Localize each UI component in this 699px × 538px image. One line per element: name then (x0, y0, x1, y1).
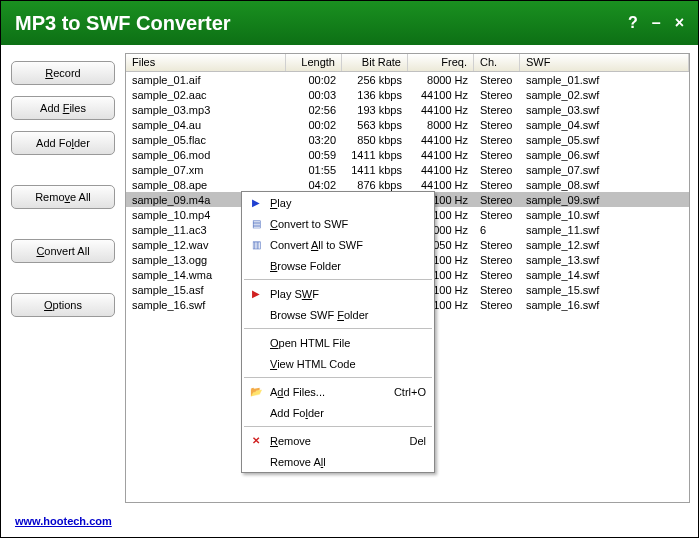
cell-bitrate: 136 kbps (342, 89, 408, 101)
cell-length: 00:02 (286, 119, 342, 131)
help-button[interactable]: ? (628, 14, 638, 32)
website-link[interactable]: www.hootech.com (15, 515, 112, 527)
cell-bitrate: 563 kbps (342, 119, 408, 131)
blank-icon (246, 356, 266, 372)
cell-swf: sample_04.swf (520, 119, 689, 131)
minimize-button[interactable]: – (652, 14, 661, 32)
cell-freq: 44100 Hz (408, 164, 474, 176)
cell-swf: sample_16.swf (520, 299, 689, 311)
menu-open-html[interactable]: Open HTML File (242, 332, 434, 353)
options-button[interactable]: Options (11, 293, 115, 317)
menu-play-swf[interactable]: ▶ Play SWF (242, 283, 434, 304)
cell-ch: Stereo (474, 164, 520, 176)
cell-ch: Stereo (474, 269, 520, 281)
table-row[interactable]: sample_07.xm01:551411 kbps44100 HzStereo… (126, 162, 689, 177)
header-bitrate[interactable]: Bit Rate (342, 54, 408, 71)
cell-files: sample_02.aac (126, 89, 286, 101)
remove-all-button[interactable]: Remove All (11, 185, 115, 209)
table-row[interactable]: sample_02.aac00:03136 kbps44100 HzStereo… (126, 87, 689, 102)
cell-bitrate: 876 kbps (342, 179, 408, 191)
add-files-button[interactable]: Add Files (11, 96, 115, 120)
cell-bitrate: 1411 kbps (342, 149, 408, 161)
context-menu: ▶ Play ▤ Convert to SWF ▥ Convert All to… (241, 191, 435, 473)
cell-ch: Stereo (474, 179, 520, 191)
cell-swf: sample_09.swf (520, 194, 689, 206)
menu-browse-swf[interactable]: Browse SWF Folder (242, 304, 434, 325)
blank-icon (246, 307, 266, 323)
menu-remove[interactable]: ✕ Remove Del (242, 430, 434, 451)
cell-ch: Stereo (474, 89, 520, 101)
menu-add-folder[interactable]: Add Folder (242, 402, 434, 423)
cell-ch: Stereo (474, 149, 520, 161)
cell-files: sample_03.mp3 (126, 104, 286, 116)
table-row[interactable]: sample_05.flac03:20850 kbps44100 HzStere… (126, 132, 689, 147)
header-ch[interactable]: Ch. (474, 54, 520, 71)
menu-separator (244, 426, 432, 427)
cell-length: 00:02 (286, 74, 342, 86)
sidebar: Record Add Files Add Folder Remove All C… (1, 45, 125, 511)
cell-length: 00:03 (286, 89, 342, 101)
table-row[interactable]: sample_04.au00:02563 kbps8000 HzStereosa… (126, 117, 689, 132)
cell-length: 00:59 (286, 149, 342, 161)
cell-freq: 44100 Hz (408, 134, 474, 146)
add-folder-button[interactable]: Add Folder (11, 131, 115, 155)
cell-ch: Stereo (474, 254, 520, 266)
menu-convert[interactable]: ▤ Convert to SWF (242, 213, 434, 234)
table-row[interactable]: sample_06.mod00:591411 kbps44100 HzStere… (126, 147, 689, 162)
cell-freq: 8000 Hz (408, 119, 474, 131)
cell-files: sample_06.mod (126, 149, 286, 161)
close-button[interactable]: × (675, 14, 684, 32)
cell-ch: 6 (474, 224, 520, 236)
header-swf[interactable]: SWF (520, 54, 689, 71)
menu-add-files[interactable]: 📂 Add Files... Ctrl+O (242, 381, 434, 402)
cell-ch: Stereo (474, 134, 520, 146)
blank-icon (246, 454, 266, 470)
cell-files: sample_04.au (126, 119, 286, 131)
cell-freq: 44100 Hz (408, 89, 474, 101)
cell-length: 04:02 (286, 179, 342, 191)
convert-all-button[interactable]: Convert All (11, 239, 115, 263)
cell-ch: Stereo (474, 239, 520, 251)
table-row[interactable]: sample_01.aif00:02256 kbps8000 HzStereos… (126, 72, 689, 87)
cell-freq: 44100 Hz (408, 149, 474, 161)
cell-ch: Stereo (474, 194, 520, 206)
table-row[interactable]: sample_08.ape04:02876 kbps44100 HzStereo… (126, 177, 689, 192)
cell-swf: sample_06.swf (520, 149, 689, 161)
cell-length: 03:20 (286, 134, 342, 146)
cell-bitrate: 193 kbps (342, 104, 408, 116)
cell-files: sample_07.xm (126, 164, 286, 176)
menu-remove-all[interactable]: Remove All (242, 451, 434, 472)
cell-ch: Stereo (474, 104, 520, 116)
cell-ch: Stereo (474, 209, 520, 221)
cell-swf: sample_01.swf (520, 74, 689, 86)
cell-swf: sample_07.swf (520, 164, 689, 176)
cell-ch: Stereo (474, 74, 520, 86)
play-swf-icon: ▶ (246, 286, 266, 302)
header-length[interactable]: Length (286, 54, 342, 71)
table-row[interactable]: sample_03.mp302:56193 kbps44100 HzStereo… (126, 102, 689, 117)
cell-bitrate: 1411 kbps (342, 164, 408, 176)
cell-swf: sample_13.swf (520, 254, 689, 266)
document-icon: ▤ (246, 216, 266, 232)
cell-swf: sample_11.swf (520, 224, 689, 236)
shortcut-label: Del (409, 435, 426, 447)
footer: www.hootech.com (1, 511, 698, 537)
folder-open-icon: 📂 (246, 384, 266, 400)
menu-convert-all[interactable]: ▥ Convert All to SWF (242, 234, 434, 255)
cell-length: 02:56 (286, 104, 342, 116)
menu-view-html[interactable]: View HTML Code (242, 353, 434, 374)
menu-play[interactable]: ▶ Play (242, 192, 434, 213)
record-button[interactable]: Record (11, 61, 115, 85)
column-headers[interactable]: Files Length Bit Rate Freq. Ch. SWF (126, 54, 689, 72)
cell-swf: sample_10.swf (520, 209, 689, 221)
cell-freq: 44100 Hz (408, 179, 474, 191)
documents-icon: ▥ (246, 237, 266, 253)
header-files[interactable]: Files (126, 54, 286, 71)
cell-freq: 44100 Hz (408, 104, 474, 116)
menu-separator (244, 279, 432, 280)
cell-bitrate: 256 kbps (342, 74, 408, 86)
header-freq[interactable]: Freq. (408, 54, 474, 71)
blank-icon (246, 258, 266, 274)
cell-swf: sample_12.swf (520, 239, 689, 251)
menu-browse-folder[interactable]: Browse Folder (242, 255, 434, 276)
